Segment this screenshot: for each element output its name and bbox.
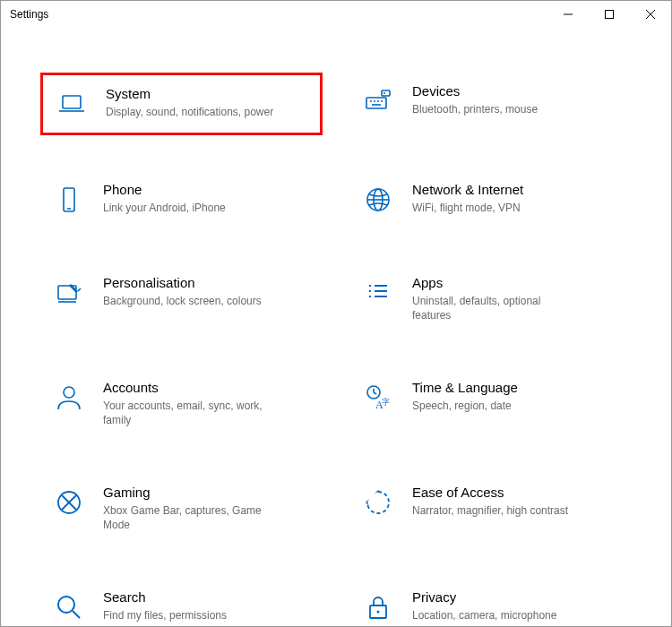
paint-icon <box>51 275 87 311</box>
category-phone[interactable]: Phone Link your Android, iPhone <box>40 171 323 228</box>
category-network[interactable]: Network & Internet WiFi, flight mode, VP… <box>349 171 632 228</box>
category-personalisation[interactable]: Personalisation Background, lock screen,… <box>40 264 323 333</box>
svg-point-40 <box>377 611 380 614</box>
svg-line-38 <box>73 611 80 618</box>
category-search[interactable]: Search Find my files, permissions <box>40 579 323 626</box>
settings-window: Settings <box>0 0 672 627</box>
category-time-language[interactable]: A 字 Time & Language Speech, region, date <box>349 369 632 438</box>
person-icon <box>51 380 87 416</box>
category-text: Accounts Your accounts, email, sync, wor… <box>103 380 273 427</box>
titlebar: Settings <box>1 1 671 28</box>
category-title: Devices <box>412 83 538 100</box>
svg-text:字: 字 <box>382 398 390 407</box>
category-text: System Display, sound, notifications, po… <box>106 86 273 119</box>
list-icon <box>360 275 396 311</box>
window-title: Settings <box>1 8 48 21</box>
svg-marker-36 <box>366 499 369 506</box>
svg-rect-6 <box>366 98 386 108</box>
svg-line-21 <box>78 288 81 291</box>
category-title: Privacy <box>412 589 556 606</box>
category-desc: Location, camera, microphone <box>412 608 556 623</box>
category-desc: Uninstall, defaults, optional features <box>412 294 582 322</box>
category-apps[interactable]: Apps Uninstall, defaults, optional featu… <box>349 264 632 333</box>
close-icon <box>646 10 655 19</box>
category-title: Personalisation <box>103 275 262 292</box>
maximize-icon <box>605 10 614 19</box>
svg-rect-1 <box>606 10 614 18</box>
category-gaming[interactable]: Gaming Xbox Game Bar, captures, Game Mod… <box>40 474 323 543</box>
category-desc: Xbox Game Bar, captures, Game Mode <box>103 503 273 532</box>
category-desc: Speech, region, date <box>412 399 518 413</box>
category-desc: Display, sound, notifications, power <box>106 105 273 119</box>
category-text: Search Find my files, permissions <box>103 589 227 623</box>
phone-icon <box>51 182 87 218</box>
category-title: Time & Language <box>412 380 518 397</box>
minimize-icon <box>564 10 573 19</box>
category-title: Network & Internet <box>412 182 523 199</box>
category-desc: Background, lock screen, colours <box>103 294 262 308</box>
category-desc: Bluetooth, printers, mouse <box>412 102 538 116</box>
category-text: Phone Link your Android, iPhone <box>103 182 226 215</box>
keyboard-icon <box>360 83 396 119</box>
category-title: Phone <box>103 182 226 199</box>
category-title: Gaming <box>103 485 273 502</box>
maximize-button[interactable] <box>589 1 630 28</box>
svg-line-31 <box>374 392 376 394</box>
lock-icon <box>360 589 396 625</box>
svg-point-28 <box>64 387 74 398</box>
window-controls <box>547 1 671 28</box>
svg-rect-4 <box>63 96 81 108</box>
category-system[interactable]: System Display, sound, notifications, po… <box>40 73 323 135</box>
svg-rect-14 <box>64 188 74 211</box>
search-icon <box>51 589 87 625</box>
category-text: Time & Language Speech, region, date <box>412 380 518 413</box>
time-language-icon: A 字 <box>360 380 396 416</box>
category-ease-of-access[interactable]: Ease of Access Narrator, magnifier, high… <box>349 474 632 543</box>
category-title: Search <box>103 589 227 606</box>
svg-rect-12 <box>382 90 390 96</box>
content-area: System Display, sound, notifications, po… <box>1 28 671 626</box>
ease-icon <box>360 485 396 520</box>
category-title: Accounts <box>103 380 273 397</box>
category-title: System <box>106 86 273 103</box>
category-text: Gaming Xbox Game Bar, captures, Game Mod… <box>103 485 273 532</box>
category-desc: WiFi, flight mode, VPN <box>412 201 523 215</box>
category-text: Ease of Access Narrator, magnifier, high… <box>412 485 568 518</box>
categories-grid: System Display, sound, notifications, po… <box>40 73 632 626</box>
xbox-icon <box>51 485 87 520</box>
laptop-icon <box>54 86 90 122</box>
category-privacy[interactable]: Privacy Location, camera, microphone <box>349 579 632 626</box>
category-text: Apps Uninstall, defaults, optional featu… <box>412 275 582 322</box>
category-title: Apps <box>412 275 582 292</box>
category-text: Privacy Location, camera, microphone <box>412 589 556 623</box>
category-text: Devices Bluetooth, printers, mouse <box>412 83 538 116</box>
category-desc: Narrator, magnifier, high contrast <box>412 503 568 518</box>
globe-icon <box>360 182 396 218</box>
category-desc: Your accounts, email, sync, work, family <box>103 399 273 427</box>
close-button[interactable] <box>630 1 671 28</box>
minimize-button[interactable] <box>547 1 589 28</box>
category-desc: Link your Android, iPhone <box>103 201 226 215</box>
category-desc: Find my files, permissions <box>103 608 227 623</box>
category-accounts[interactable]: Accounts Your accounts, email, sync, wor… <box>40 369 323 438</box>
category-text: Network & Internet WiFi, flight mode, VP… <box>412 182 523 215</box>
category-title: Ease of Access <box>412 485 568 502</box>
svg-point-37 <box>58 597 74 613</box>
category-devices[interactable]: Devices Bluetooth, printers, mouse <box>349 73 632 135</box>
category-text: Personalisation Background, lock screen,… <box>103 275 262 308</box>
